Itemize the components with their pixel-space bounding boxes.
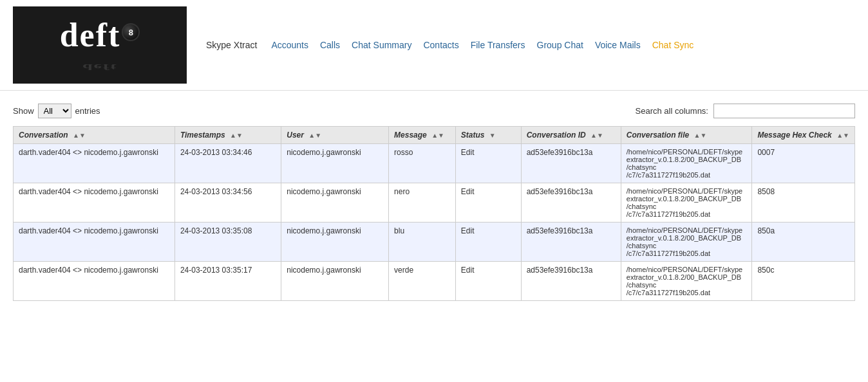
table-cell: Edit xyxy=(455,262,521,301)
sort-arrow-conv-file: ▲▼ xyxy=(693,132,706,139)
main-nav: Skype Xtract Accounts Calls Chat Summary… xyxy=(187,39,697,51)
nav-contacts[interactable]: Contacts xyxy=(419,39,462,51)
table-cell: ad53efe3916bc13a xyxy=(521,262,621,301)
table-cell: blu xyxy=(389,223,456,262)
sort-arrow-timestamps: ▲▼ xyxy=(230,132,243,139)
sort-arrow-conversation: ▲▼ xyxy=(73,132,86,139)
table-cell: 0007 xyxy=(752,144,855,183)
logo-reflection: deft xyxy=(82,62,118,71)
table-cell: verde xyxy=(389,262,456,301)
sort-arrow-hex-check: ▲▼ xyxy=(836,132,849,139)
nav-chat-summary[interactable]: Chat Summary xyxy=(348,39,415,51)
entries-select[interactable]: All 10 25 50 100 xyxy=(38,104,71,118)
logo-container: deft deft xyxy=(13,6,187,84)
table-cell: nicodemo.j.gawronski xyxy=(281,144,389,183)
app-header: deft deft Skype Xtract Accounts Calls Ch… xyxy=(0,0,868,91)
table-cell: rosso xyxy=(389,144,456,183)
table-cell: darth.vader404 <> nicodemo.j.gawronski xyxy=(14,223,175,262)
table-row: darth.vader404 <> nicodemo.j.gawronski24… xyxy=(14,262,855,301)
table-cell: 24-03-2013 03:35:08 xyxy=(175,223,281,262)
sort-arrow-user: ▲▼ xyxy=(308,132,321,139)
table-cell: nicodemo.j.gawronski xyxy=(281,183,389,223)
col-header-conversation[interactable]: Conversation ▲▼ xyxy=(14,127,175,144)
col-header-message-hex-check[interactable]: Message Hex Check ▲▼ xyxy=(752,127,855,144)
entries-label: entries xyxy=(75,106,100,116)
nav-group-chat[interactable]: Group Chat xyxy=(533,39,587,51)
search-all-input[interactable] xyxy=(713,104,855,118)
table-cell: darth.vader404 <> nicodemo.j.gawronski xyxy=(14,262,175,301)
table-cell: ad53efe3916bc13a xyxy=(521,183,621,223)
col-header-timestamps[interactable]: Timestamps ▲▼ xyxy=(175,127,281,144)
table-cell: 850a xyxy=(752,223,855,262)
nav-brand: Skype Xtract xyxy=(206,40,257,50)
nav-chat-sync[interactable]: Chat Sync xyxy=(648,39,698,51)
nav-accounts[interactable]: Accounts xyxy=(267,39,312,51)
sort-arrow-status: ▼ xyxy=(489,132,496,139)
data-table: Conversation ▲▼ Timestamps ▲▼ User ▲▼ Me… xyxy=(13,126,855,301)
table-cell: /home/nico/PERSONAL/DEFT/skype extractor… xyxy=(621,223,752,262)
table-row: darth.vader404 <> nicodemo.j.gawronski24… xyxy=(14,183,855,223)
col-header-conversation-file[interactable]: Conversation file ▲▼ xyxy=(621,127,752,144)
table-cell: Edit xyxy=(455,183,521,223)
table-cell: /home/nico/PERSONAL/DEFT/skype extractor… xyxy=(621,144,752,183)
nav-voice-mails[interactable]: Voice Mails xyxy=(591,39,645,51)
table-cell: 850c xyxy=(752,262,855,301)
sort-arrow-conv-id: ▲▼ xyxy=(590,132,603,139)
col-header-message[interactable]: Message ▲▼ xyxy=(389,127,456,144)
search-all-group: Search all columns: xyxy=(636,104,855,118)
logo-text: deft xyxy=(60,16,121,54)
table-header-row: Conversation ▲▼ Timestamps ▲▼ User ▲▼ Me… xyxy=(14,127,855,144)
table-cell: 24-03-2013 03:35:17 xyxy=(175,262,281,301)
table-cell: nicodemo.j.gawronski xyxy=(281,262,389,301)
table-cell: ad53efe3916bc13a xyxy=(521,223,621,262)
table-cell: Edit xyxy=(455,223,521,262)
nav-calls[interactable]: Calls xyxy=(316,39,344,51)
table-cell: 24-03-2013 03:34:46 xyxy=(175,144,281,183)
search-all-label: Search all columns: xyxy=(636,106,708,116)
sort-arrow-message: ▲▼ xyxy=(431,132,444,139)
table-cell: nero xyxy=(389,183,456,223)
logo-ball-icon xyxy=(122,23,140,41)
col-header-user[interactable]: User ▲▼ xyxy=(281,127,389,144)
col-header-status[interactable]: Status ▼ xyxy=(455,127,521,144)
main-content: Show All 10 25 50 100 entries Search all… xyxy=(0,91,868,314)
table-cell: Edit xyxy=(455,144,521,183)
table-cell: darth.vader404 <> nicodemo.j.gawronski xyxy=(14,183,175,223)
table-body: darth.vader404 <> nicodemo.j.gawronski24… xyxy=(14,144,855,301)
controls-row: Show All 10 25 50 100 entries Search all… xyxy=(13,104,855,118)
nav-file-transfers[interactable]: File Transfers xyxy=(467,39,529,51)
table-cell: darth.vader404 <> nicodemo.j.gawronski xyxy=(14,144,175,183)
table-cell: 8508 xyxy=(752,183,855,223)
show-label: Show xyxy=(13,106,34,116)
col-header-conversation-id[interactable]: Conversation ID ▲▼ xyxy=(521,127,621,144)
table-cell: /home/nico/PERSONAL/DEFT/skype extractor… xyxy=(621,183,752,223)
table-cell: nicodemo.j.gawronski xyxy=(281,223,389,262)
table-cell: ad53efe3916bc13a xyxy=(521,144,621,183)
table-cell: 24-03-2013 03:34:56 xyxy=(175,183,281,223)
table-row: darth.vader404 <> nicodemo.j.gawronski24… xyxy=(14,144,855,183)
show-entries-group: Show All 10 25 50 100 entries xyxy=(13,104,100,118)
table-row: darth.vader404 <> nicodemo.j.gawronski24… xyxy=(14,223,855,262)
table-cell: /home/nico/PERSONAL/DEFT/skype extractor… xyxy=(621,262,752,301)
